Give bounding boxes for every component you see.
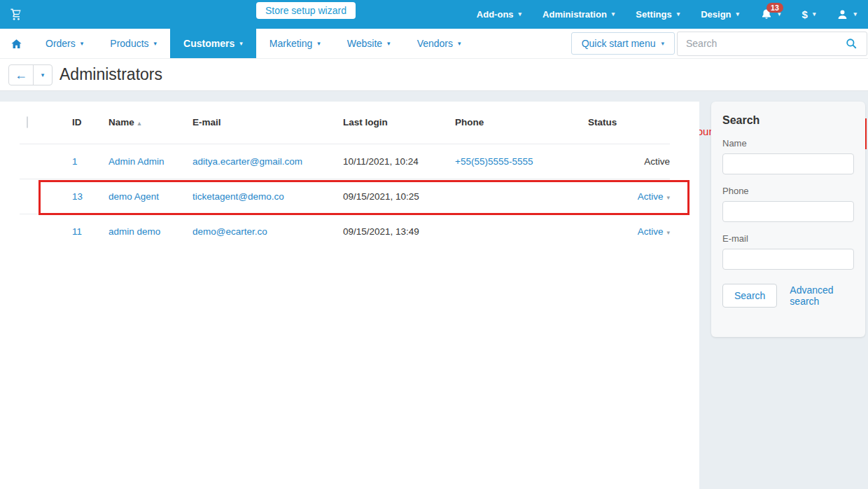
select-all-checkbox[interactable] <box>27 116 28 128</box>
currency-menu[interactable]: $ ▾ <box>802 8 816 20</box>
sort-asc-icon: ▴ <box>138 120 141 127</box>
sidebar-search-button[interactable]: Search <box>722 284 777 308</box>
admin-email-link[interactable]: demo@ecarter.co <box>192 226 267 237</box>
menu-design[interactable]: Design ▾ <box>701 9 739 20</box>
nav-item-products[interactable]: Products ▾ <box>97 29 170 58</box>
admin-phone-link[interactable]: +55(55)5555-5555 <box>455 156 533 167</box>
table-row[interactable]: 1 Admin Admin aditya.ecarter@gmail.com 1… <box>20 144 670 179</box>
chevron-down-icon: ▾ <box>519 11 522 18</box>
sidebar-title: Search <box>722 114 854 127</box>
last-login-value: 09/15/2021, 13:49 <box>343 214 455 249</box>
chevron-down-icon: ▾ <box>661 41 664 47</box>
admins-table: ID Name▴ E-mail Last login Phone Status … <box>20 102 670 249</box>
global-search-box <box>677 32 867 56</box>
table-row[interactable]: 13 demo Agent ticketagent@demo.co 09/15/… <box>20 179 670 214</box>
phone-field-label: Phone <box>722 186 854 196</box>
chevron-down-icon: ▾ <box>387 41 391 47</box>
chevron-down-icon: ▾ <box>736 11 740 18</box>
chevron-down-icon: ▾ <box>612 11 615 18</box>
status-value: Active <box>644 156 670 167</box>
search-input[interactable] <box>678 38 836 49</box>
back-button-group: ← ▾ <box>8 64 52 85</box>
nav-item-website[interactable]: Website ▾ <box>334 29 404 58</box>
chevron-down-icon: ▾ <box>677 11 680 18</box>
chevron-down-icon: ▾ <box>317 41 321 47</box>
chevron-down-icon: ▾ <box>666 194 670 201</box>
col-header-name[interactable]: Name▴ <box>108 102 192 144</box>
table-header-row: ID Name▴ E-mail Last login Phone Status <box>20 102 670 144</box>
last-login-value: 09/15/2021, 10:25 <box>343 179 455 214</box>
status-dropdown[interactable]: Active▾ <box>638 226 670 237</box>
back-button[interactable]: ← <box>9 65 34 85</box>
chevron-down-icon: ▾ <box>853 11 857 18</box>
admin-name-link[interactable]: demo Agent <box>108 191 159 202</box>
store-setup-wizard-button[interactable]: Store setup wizard <box>256 2 356 19</box>
menu-administration[interactable]: Administration ▾ <box>542 9 615 20</box>
menu-settings[interactable]: Settings ▾ <box>636 9 680 20</box>
admin-id-link[interactable]: 1 <box>72 156 78 167</box>
nav-item-vendors[interactable]: Vendors ▾ <box>404 29 475 58</box>
email-field[interactable] <box>722 249 854 270</box>
admin-id-link[interactable]: 11 <box>72 226 82 237</box>
main-nav: Orders ▾ Products ▾ Customers ▾ Marketin… <box>0 29 868 59</box>
search-submit-button[interactable] <box>836 32 867 55</box>
nav-item-marketing[interactable]: Marketing ▾ <box>256 29 334 58</box>
name-field[interactable] <box>722 153 854 174</box>
col-header-status[interactable]: Status <box>588 102 670 144</box>
user-icon <box>836 8 848 20</box>
menu-add-ons[interactable]: Add-ons ▾ <box>477 9 522 20</box>
admin-email-link[interactable]: ticketagent@demo.co <box>192 191 284 202</box>
admin-id-link[interactable]: 13 <box>72 191 83 202</box>
search-icon <box>845 37 858 50</box>
home-icon[interactable] <box>0 29 32 58</box>
phone-field[interactable] <box>722 201 854 222</box>
col-header-phone[interactable]: Phone <box>455 102 588 144</box>
admin-name-link[interactable]: admin demo <box>108 226 160 237</box>
notifications-menu[interactable]: 13 ▾ <box>760 8 781 21</box>
chevron-down-icon: ▾ <box>458 41 461 47</box>
chevron-down-icon: ▾ <box>154 41 158 47</box>
admins-panel: ID Name▴ E-mail Last login Phone Status … <box>0 102 699 489</box>
search-sidebar: Search Name Phone E-mail Search Advanced… <box>711 102 865 337</box>
chevron-down-icon: ▾ <box>778 11 781 18</box>
email-field-label: E-mail <box>722 233 854 244</box>
advanced-search-link[interactable]: Advanced search <box>790 284 854 307</box>
last-login-value: 10/11/2021, 10:24 <box>343 144 455 179</box>
chevron-down-icon: ▾ <box>239 41 243 47</box>
page-header: ← ▾ Administrators add a new admin accou… <box>0 59 868 91</box>
back-dropdown-button[interactable]: ▾ <box>34 65 52 85</box>
cart-icon[interactable] <box>9 8 22 21</box>
chevron-down-icon: ▾ <box>80 41 84 47</box>
chevron-down-icon: ▾ <box>666 229 670 236</box>
topbar: Store setup wizard Add-ons ▾ Administrat… <box>0 0 868 29</box>
admin-name-link[interactable]: Admin Admin <box>108 156 164 167</box>
status-dropdown[interactable]: Active▾ <box>638 191 670 202</box>
nav-item-customers[interactable]: Customers ▾ <box>170 29 256 58</box>
name-field-label: Name <box>722 138 854 149</box>
nav-item-orders[interactable]: Orders ▾ <box>32 29 97 58</box>
col-header-email[interactable]: E-mail <box>192 102 343 144</box>
quick-start-menu-button[interactable]: Quick start menu ▾ <box>571 32 675 55</box>
col-header-id[interactable]: ID <box>72 102 108 144</box>
admin-email-link[interactable]: aditya.ecarter@gmail.com <box>192 156 302 167</box>
dollar-icon: $ <box>802 8 808 20</box>
page-title: Administrators <box>59 65 162 84</box>
user-menu[interactable]: ▾ <box>836 8 857 20</box>
col-header-last-login[interactable]: Last login <box>343 102 455 144</box>
chevron-down-icon: ▾ <box>813 11 816 18</box>
table-row[interactable]: 11 admin demo demo@ecarter.co 09/15/2021… <box>20 214 670 249</box>
